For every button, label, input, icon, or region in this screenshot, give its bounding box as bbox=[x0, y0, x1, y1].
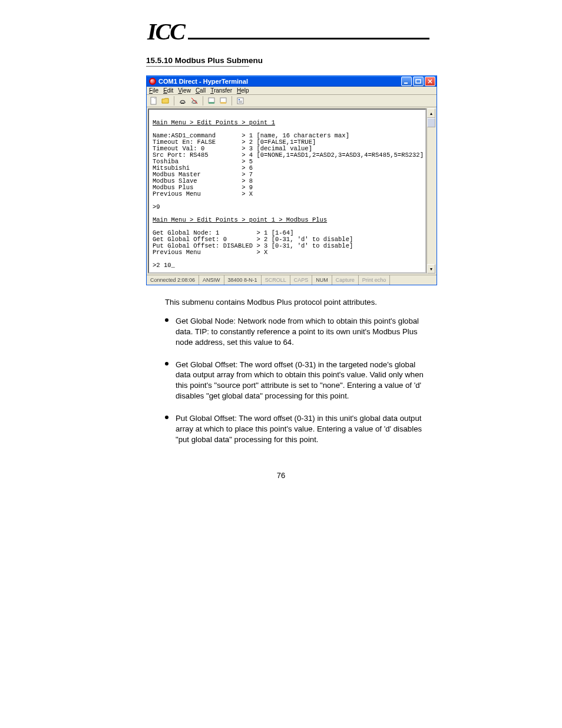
send-icon[interactable] bbox=[207, 96, 216, 106]
bullet-1: Get Global Node: Network node from which… bbox=[165, 316, 432, 347]
menu-help[interactable]: Help bbox=[237, 87, 249, 94]
menu-transfer[interactable]: Transfer bbox=[210, 87, 232, 94]
scroll-up-button[interactable]: ▴ bbox=[427, 108, 435, 118]
svg-rect-8 bbox=[209, 98, 214, 103]
svg-rect-1 bbox=[416, 80, 421, 83]
section-underline bbox=[146, 66, 249, 67]
svg-rect-11 bbox=[220, 102, 226, 104]
app-icon bbox=[149, 78, 156, 85]
term-line: >9 bbox=[153, 203, 160, 210]
maximize-button[interactable] bbox=[413, 77, 424, 86]
svg-rect-5 bbox=[181, 103, 184, 104]
scrollbar[interactable]: ▴ ▾ bbox=[427, 108, 435, 274]
scroll-down-button[interactable]: ▾ bbox=[427, 264, 435, 274]
svg-rect-9 bbox=[209, 102, 214, 104]
breadcrumb-1: Main Menu > Edit Points > point 1 bbox=[153, 119, 275, 126]
status-connected: Connected 2:08:06 bbox=[147, 275, 199, 285]
page-number: 76 bbox=[0, 471, 562, 480]
svg-rect-13 bbox=[239, 99, 240, 100]
status-scroll: SCROLL bbox=[262, 275, 290, 285]
terminal-output: Main Menu > Edit Points > point 1 Name:A… bbox=[148, 108, 427, 274]
minimize-button[interactable] bbox=[401, 77, 412, 86]
receive-icon[interactable] bbox=[219, 96, 228, 106]
hyperterminal-window: COM1 Direct - HyperTerminal File Edit bbox=[146, 75, 437, 285]
breadcrumb-2: Main Menu > Edit Points > point 1 > Modb… bbox=[153, 216, 327, 223]
titlebar: COM1 Direct - HyperTerminal bbox=[147, 76, 437, 87]
svg-rect-0 bbox=[404, 83, 408, 84]
status-capture: Capture bbox=[332, 275, 359, 285]
svg-rect-15 bbox=[239, 102, 242, 103]
close-button[interactable] bbox=[425, 77, 435, 86]
svg-rect-14 bbox=[239, 101, 242, 101]
intro-paragraph: This submenu contains Modbus Plus protoc… bbox=[165, 297, 432, 308]
section-title: 15.5.10 Modbus Plus Submenu bbox=[146, 56, 562, 65]
properties-icon[interactable] bbox=[236, 96, 245, 106]
status-caps: CAPS bbox=[290, 275, 313, 285]
svg-rect-6 bbox=[193, 103, 196, 104]
scroll-track[interactable] bbox=[427, 118, 435, 264]
new-icon[interactable] bbox=[149, 96, 158, 106]
menu-view[interactable]: View bbox=[178, 87, 191, 94]
open-icon[interactable] bbox=[161, 96, 170, 106]
bullet-3: Put Global Offset: The word offset (0-31… bbox=[165, 413, 432, 444]
disconnect-icon[interactable] bbox=[190, 96, 199, 106]
logo: ICC bbox=[147, 18, 184, 45]
menu-edit[interactable]: Edit bbox=[163, 87, 173, 94]
menu-file[interactable]: File bbox=[149, 87, 158, 94]
statusbar: Connected 2:08:06 ANSIW 38400 8-N-1 SCRO… bbox=[147, 275, 437, 285]
term-line: >2 10_ bbox=[153, 262, 175, 269]
menubar: File Edit View Call Transfer Help bbox=[147, 87, 437, 95]
window-title: COM1 Direct - HyperTerminal bbox=[158, 78, 401, 85]
term-line: Previous Menu > X bbox=[153, 190, 253, 197]
bullet-2: Get Global Offset: The word offset (0-31… bbox=[165, 360, 432, 401]
svg-rect-10 bbox=[220, 98, 226, 103]
status-num: NUM bbox=[312, 275, 332, 285]
header-rule bbox=[188, 38, 429, 39]
status-baud: 38400 8-N-1 bbox=[224, 275, 262, 285]
status-emulation: ANSIW bbox=[199, 275, 224, 285]
scroll-thumb[interactable] bbox=[427, 118, 435, 127]
status-printecho: Print echo bbox=[359, 275, 391, 285]
menu-call[interactable]: Call bbox=[196, 87, 206, 94]
term-line: Previous Menu > X bbox=[153, 249, 267, 256]
connect-icon[interactable] bbox=[178, 96, 187, 106]
toolbar bbox=[147, 95, 437, 107]
